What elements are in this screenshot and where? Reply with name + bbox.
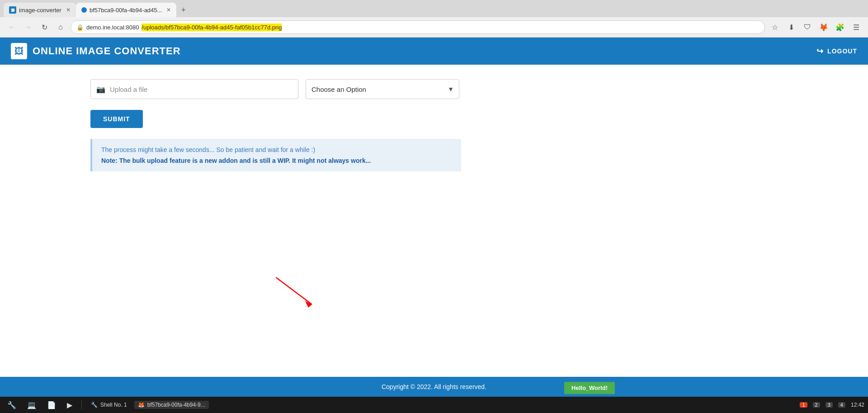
tab-label-1: image-converter	[19, 7, 61, 14]
annotation-arrow	[276, 277, 321, 315]
app-footer: Copyright © 2022. All rights reserved. H…	[0, 377, 868, 397]
taskbar: 🔧 💻 📄 ▶ 🔧 Shell No. 1 🦊 bf57bca9-00fa-4b…	[0, 397, 868, 413]
forward-button[interactable]: →	[22, 21, 34, 33]
firefox-icon[interactable]: 🦊	[817, 21, 830, 33]
file-input-label: Upload a file	[110, 85, 147, 93]
shell-icon: 🔧	[91, 402, 98, 408]
tab-close-2[interactable]: ✕	[166, 7, 171, 13]
taskbar-time: 12:42	[851, 402, 864, 408]
menu-icon[interactable]: ☰	[850, 21, 863, 33]
taskbar-firefox-label: bf57bca9-00fa-4b94-9...	[147, 402, 205, 408]
info-box: The process might take a few seconds... …	[90, 139, 461, 171]
nav-bar: ← → ↻ ⌂ 🔒 demo.ine.local:8080 /uploads/b…	[0, 17, 868, 37]
taskbar-icon-monitor: 💻	[24, 400, 40, 410]
camera-icon: 📷	[96, 85, 105, 94]
form-row: 📷 Upload a file Choose an Option PNG JPG…	[90, 79, 778, 99]
submit-row: SUBMIT	[90, 110, 778, 128]
home-button[interactable]: ⌂	[54, 21, 67, 33]
svg-marker-1	[305, 301, 312, 308]
taskbar-divider	[81, 400, 82, 409]
taskbar-icon-terminal: ▶	[63, 400, 76, 410]
logout-icon: ↪	[816, 46, 824, 56]
tab-upload[interactable]: bf57bca9-00fa-4b94-ad45... ✕	[76, 3, 176, 17]
browser-chrome: ▣ image-converter ✕ bf57bca9-00fa-4b94-a…	[0, 0, 868, 38]
taskbar-right: 1 2 3 4 12:42	[800, 402, 864, 408]
app-header: 🖼 ONLINE IMAGE CONVERTER ↪ LOGOUT	[0, 38, 868, 65]
bookmark-icon[interactable]: ☆	[769, 21, 781, 33]
app-wrapper: 🖼 ONLINE IMAGE CONVERTER ↪ LOGOUT 📷 Uplo…	[0, 38, 868, 397]
relative-wrap: 📷 Upload a file Choose an Option PNG JPG…	[0, 65, 868, 397]
select-wrapper: Choose an Option PNG JPG JPEG GIF BMP WE…	[306, 79, 459, 99]
new-tab-button[interactable]: +	[178, 5, 189, 15]
reload-button[interactable]: ↻	[38, 21, 51, 33]
shield-icon[interactable]: 🛡	[801, 21, 814, 33]
browser-nav-icons: ☆ ⬇ 🛡 🦊 🧩 ☰	[769, 21, 863, 33]
back-button[interactable]: ←	[5, 21, 18, 33]
taskbar-icon-wrench: 🔧	[4, 400, 20, 410]
tab-label-2: bf57bca9-00fa-4b94-ad45...	[90, 7, 162, 14]
main-content: 📷 Upload a file Choose an Option PNG JPG…	[0, 65, 868, 377]
address-domain: demo.ine.local:8080	[86, 24, 139, 31]
extensions-icon[interactable]: 🧩	[834, 21, 846, 33]
format-select[interactable]: Choose an Option PNG JPG JPEG GIF BMP WE…	[306, 79, 459, 99]
info-line2: Note: The bulk upload feature is a new a…	[101, 157, 452, 164]
hello-world-badge: Hello_World!	[564, 382, 615, 394]
svg-line-0	[276, 277, 312, 304]
workspace-3[interactable]: 3	[826, 402, 833, 408]
taskbar-firefox[interactable]: 🦊 bf57bca9-00fa-4b94-9...	[134, 401, 209, 409]
address-path: /uploads/bf57bca9-00fa-4b94-ad45-faf05b1…	[142, 24, 282, 31]
file-input-wrapper[interactable]: 📷 Upload a file	[90, 79, 298, 99]
workspace-1[interactable]: 1	[800, 402, 807, 408]
taskbar-icon-file: 📄	[43, 400, 60, 410]
app-logo: 🖼	[11, 43, 27, 59]
workspace-2[interactable]: 2	[813, 402, 820, 408]
tab-close-1[interactable]: ✕	[66, 7, 71, 13]
tab-image-converter[interactable]: ▣ image-converter ✕	[4, 3, 76, 17]
logout-button[interactable]: ↪ LOGOUT	[816, 46, 857, 56]
image-icon: 🖼	[14, 46, 24, 57]
info-line1: The process might take a few seconds... …	[101, 146, 452, 153]
firefox-taskbar-icon: 🦊	[138, 402, 145, 408]
workspace-4[interactable]: 4	[838, 402, 845, 408]
copyright-text: Copyright © 2022. All rights reserved.	[382, 383, 486, 390]
app-title: ONLINE IMAGE CONVERTER	[33, 45, 181, 57]
tab-favicon-2	[81, 7, 87, 13]
tab-favicon-1: ▣	[9, 6, 16, 14]
submit-button[interactable]: SUBMIT	[90, 110, 143, 128]
address-bar[interactable]: 🔒 demo.ine.local:8080 /uploads/bf57bca9-…	[71, 20, 765, 34]
app-header-left: 🖼 ONLINE IMAGE CONVERTER	[11, 43, 181, 59]
tab-bar: ▣ image-converter ✕ bf57bca9-00fa-4b94-a…	[0, 0, 868, 17]
security-icon: 🔒	[76, 24, 84, 31]
download-icon[interactable]: ⬇	[785, 21, 797, 33]
taskbar-shell[interactable]: 🔧 Shell No. 1	[87, 401, 131, 409]
logout-label: LOGOUT	[827, 47, 857, 55]
taskbar-shell-label: Shell No. 1	[100, 402, 127, 408]
